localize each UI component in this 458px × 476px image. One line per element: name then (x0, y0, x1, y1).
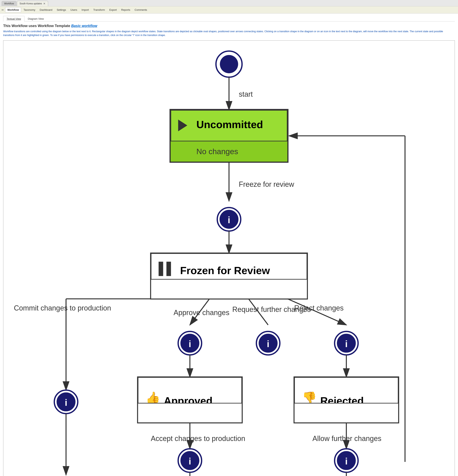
close-tab-icon[interactable]: ✕ (43, 2, 46, 5)
nav-item-workflow[interactable]: Workflow (5, 7, 21, 13)
rejected-thumb-icon: 👎 (302, 391, 317, 405)
accept-info-icon[interactable]: i (188, 456, 191, 466)
allow-info-icon[interactable]: i (345, 456, 348, 466)
further-info-icon[interactable]: i (267, 339, 270, 349)
tab-textual-view[interactable]: Textual View (3, 16, 25, 21)
nav-item-transform[interactable]: Transform (91, 7, 107, 12)
frozen-pause-icon-right (166, 262, 171, 276)
accept-label: Accept changes to production (151, 434, 245, 442)
approve-info-icon[interactable]: i (188, 339, 191, 349)
commit-label: Commit changes to production (14, 304, 111, 312)
template-link[interactable]: Basic workflow (71, 24, 97, 28)
reject-label: Reject changes (294, 304, 343, 312)
main-content: Textual View Diagram View This Workflow … (0, 14, 458, 476)
nav-item-users[interactable]: Users (68, 7, 79, 12)
uncommitted-sublabel: No changes (196, 147, 238, 156)
edit-icon: ✏ (2, 8, 4, 12)
workflow-diagram-container: start Uncommitted No changes Freeze for … (3, 40, 455, 476)
app-nav-bar: ✏ Workflow Taxonomy Dashboard Settings U… (0, 6, 458, 14)
nav-item-settings[interactable]: Settings (55, 7, 68, 12)
workflow-svg: start Uncommitted No changes Freeze for … (7, 44, 451, 476)
rejected-sublabel-box (294, 403, 398, 423)
nav-item-dashboard[interactable]: Dashboard (38, 7, 54, 12)
commit-info-icon[interactable]: i (65, 397, 68, 408)
approved-sublabel-box (138, 403, 242, 423)
browser-tab-workflow[interactable]: Workflow (2, 1, 17, 6)
approved-thumb-icon: 👍 (145, 391, 160, 405)
frozen-sublabel-box (151, 279, 307, 299)
nav-item-export[interactable]: Export (107, 7, 119, 12)
start-label: start (239, 90, 253, 98)
page-title: This Workflow uses Workflow Template Bas… (3, 24, 455, 28)
browser-tab-south-korea[interactable]: South Korea updates ✕ (17, 1, 48, 6)
nav-item-comments[interactable]: Comments (133, 7, 149, 12)
reject-info-icon[interactable]: i (345, 339, 348, 349)
freeze-label-text: Freeze for review (239, 180, 294, 188)
tab-south-korea-label: South Korea updates (19, 2, 42, 5)
page-title-prefix: This Workflow uses Workflow Template (3, 24, 71, 28)
uncommitted-label: Uncommitted (196, 119, 263, 130)
allow-label: Allow further changes (313, 434, 382, 442)
nav-item-reports[interactable]: Reports (119, 7, 132, 12)
page-description: Workflow transitions are controlled usin… (3, 30, 455, 37)
nav-item-import[interactable]: Import (80, 7, 91, 12)
approve-label: Approve changes (174, 308, 229, 317)
frozen-pause-icon-left (159, 262, 163, 276)
start-node (220, 55, 238, 73)
nav-item-taxonomy[interactable]: Taxonomy (21, 7, 37, 12)
freeze-info-icon[interactable]: i (228, 215, 230, 225)
view-tabs: Textual View Diagram View (3, 16, 455, 21)
tab-workflow-label: Workflow (4, 2, 14, 5)
frozen-label: Frozen for Review (180, 264, 270, 276)
tab-diagram-view[interactable]: Diagram View (25, 16, 47, 21)
browser-tab-bar: Workflow South Korea updates ✕ (0, 0, 458, 6)
